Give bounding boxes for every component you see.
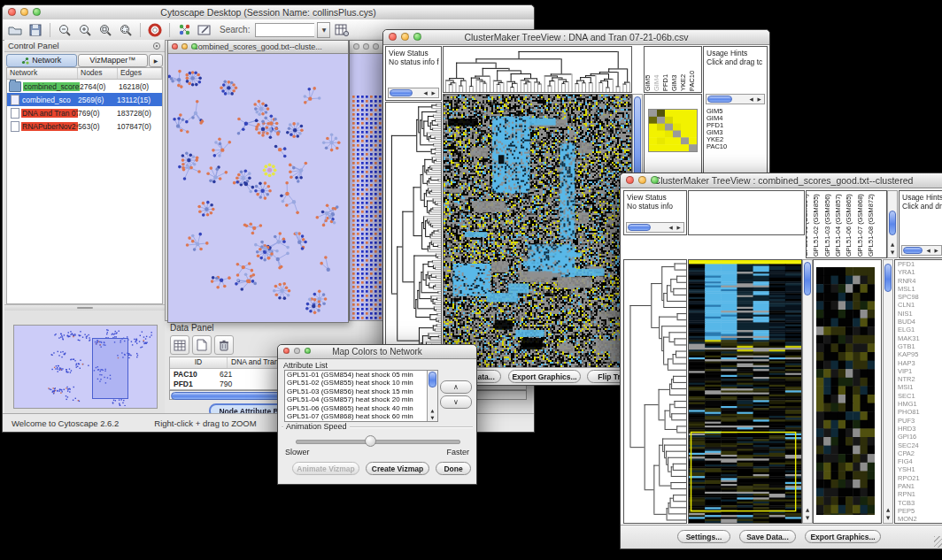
zoom-selected-button[interactable]: [117, 22, 135, 38]
select-attributes-button[interactable]: [170, 335, 189, 355]
new-attribute-button[interactable]: [192, 335, 212, 355]
tv1-mini-heatmap-canvas[interactable]: [649, 110, 697, 151]
gene-label[interactable]: GTB1: [895, 342, 942, 350]
gene-label[interactable]: SEC1: [895, 392, 942, 400]
tv1-row-label[interactable]: PAC10: [706, 143, 727, 150]
scroll-left-icon[interactable]: [924, 247, 932, 255]
done-button[interactable]: Done: [436, 462, 471, 475]
gene-label[interactable]: VIP1: [895, 367, 942, 375]
zoom-button[interactable]: [33, 8, 41, 16]
minimize-button[interactable]: [401, 33, 409, 41]
scroll-down-icon[interactable]: [884, 514, 892, 522]
gene-label[interactable]: HRD3: [895, 425, 942, 433]
zoom-in-button[interactable]: [76, 22, 94, 38]
scroll-left-icon[interactable]: [667, 224, 675, 232]
search-dropdown-button[interactable]: [317, 22, 330, 38]
scrollbar-thumb[interactable]: [390, 89, 413, 96]
scroll-down-icon[interactable]: [803, 514, 812, 522]
tv2-heatmap-strip-canvas[interactable]: [689, 260, 801, 523]
birdseye-view[interactable]: [13, 325, 158, 409]
scroll-up-icon[interactable]: [884, 506, 892, 514]
gene-label[interactable]: PAN1: [895, 482, 942, 490]
open-file-button[interactable]: [6, 22, 24, 38]
gene-label[interactable]: NIS1: [895, 310, 942, 318]
frame2-close-button[interactable]: [353, 43, 359, 50]
search-input[interactable]: [255, 23, 314, 37]
tv2-zoom-view[interactable]: [813, 259, 882, 524]
tv1-column-label[interactable]: PFD1: [661, 74, 670, 91]
scroll-up-icon[interactable]: [428, 408, 437, 413]
gene-label[interactable]: MON2: [895, 515, 942, 523]
gene-label[interactable]: PHO81: [895, 408, 942, 416]
tv2-zoom-vscrollbar[interactable]: [883, 259, 893, 524]
scrollbar-thumb[interactable]: [903, 247, 923, 254]
tv1-status-hscrollbar[interactable]: [388, 88, 439, 98]
network-row[interactable]: DNA and Tran 07 769(0) 183728(0): [7, 106, 162, 119]
tv1-column-label[interactable]: GIM4: [652, 75, 661, 91]
gene-label[interactable]: YSH1: [895, 465, 942, 473]
animate-vizmap-button[interactable]: Animate Vizmap: [292, 462, 359, 475]
scroll-left-icon[interactable]: [747, 96, 755, 104]
gene-label[interactable]: MSL1: [895, 285, 942, 293]
move-down-button[interactable]: ∨: [440, 395, 472, 409]
tv1-column-label[interactable]: YKE2: [679, 74, 688, 91]
tv2-status-hscrollbar[interactable]: [626, 222, 684, 233]
annotation-tool-button[interactable]: [196, 22, 213, 38]
gene-label[interactable]: SPC98: [895, 293, 942, 301]
tv2-row-dendrogram[interactable]: [623, 259, 687, 524]
gene-label[interactable]: CPA2: [895, 449, 942, 457]
tv2-zoom-canvas[interactable]: [816, 267, 875, 515]
column-edges[interactable]: Edges: [118, 68, 162, 79]
tv2-column-dendrogram[interactable]: [688, 190, 805, 235]
gene-label[interactable]: CLN1: [895, 301, 942, 309]
gene-label[interactable]: HMG1: [895, 400, 942, 408]
tv2-settings-button[interactable]: Settings...: [677, 530, 730, 543]
scrollbar-thumb[interactable]: [429, 372, 436, 387]
minimize-button[interactable]: [294, 348, 300, 354]
float-panel-icon[interactable]: [152, 42, 161, 50]
more-tabs-button[interactable]: [149, 54, 163, 67]
gene-label[interactable]: YRA1: [895, 268, 942, 276]
tv1-mini-heatmap[interactable]: [648, 109, 698, 152]
tv1-export-graphics-button[interactable]: Export Graphics...: [508, 370, 581, 383]
tv1-column-dendrogram-can[interactable]: [444, 47, 631, 92]
tv2-row-dendrogram-can[interactable]: [624, 260, 686, 523]
gene-label[interactable]: RPO21: [895, 474, 942, 482]
close-button[interactable]: [626, 176, 634, 184]
dialog-titlebar[interactable]: Map Colors to Network: [278, 345, 476, 359]
zoom-button[interactable]: [305, 348, 311, 354]
attribute-item[interactable]: GPL51-03 (GSM856) heat shock 15 min: [285, 387, 437, 395]
network-row[interactable]: combined_sco 2569(6) 13112(15): [7, 93, 162, 106]
attribute-item[interactable]: GPL51-04 (GSM857) heat shock 20 min: [285, 395, 437, 403]
scroll-left-icon[interactable]: [421, 89, 429, 97]
tv2-heatmap-strip[interactable]: [688, 259, 802, 524]
column-nodes[interactable]: Nodes: [78, 68, 118, 79]
move-up-button[interactable]: ∧: [440, 380, 472, 394]
frame-close-button[interactable]: [172, 43, 178, 50]
tv1-column-dendrogram[interactable]: [443, 46, 632, 93]
main-titlebar[interactable]: Cytoscape Desktop (Session Name: collins…: [3, 5, 534, 20]
scroll-up-icon[interactable]: [888, 241, 897, 249]
treeview2-titlebar[interactable]: ClusterMaker TreeView : combined_scores_…: [621, 173, 942, 188]
zoom-out-button[interactable]: [56, 22, 73, 38]
tv1-heatmap-canvas[interactable]: [444, 95, 631, 367]
tv1-usage-hscrollbar[interactable]: [706, 94, 765, 104]
network-tool-button[interactable]: [175, 22, 193, 38]
scrollbar-thumb[interactable]: [707, 96, 732, 103]
gene-label[interactable]: ELG1: [895, 326, 942, 334]
speed-slider-track[interactable]: [296, 440, 460, 444]
column-id[interactable]: ID: [170, 357, 228, 368]
save-button[interactable]: [27, 22, 44, 38]
close-button[interactable]: [8, 8, 16, 16]
tv2-strip-vscrollbar[interactable]: [802, 259, 813, 524]
zoom-button[interactable]: [651, 176, 659, 184]
tv2-usage-hscrollbar[interactable]: [901, 245, 942, 256]
frame2-minimize-button[interactable]: [363, 43, 369, 50]
column-network[interactable]: Network: [7, 68, 78, 79]
gene-label[interactable]: MSI1: [895, 383, 942, 391]
network-frame-titlebar[interactable]: combined_scores_good.txt--cluste...: [168, 41, 348, 54]
tv2-collabel-vscrollbar[interactable]: [887, 190, 898, 258]
network-row[interactable]: RNAPuberNov2+ 563(0) 107847(0): [7, 119, 162, 133]
tv1-column-label[interactable]: GIM3: [670, 75, 679, 91]
gene-label[interactable]: MAK31: [895, 334, 942, 342]
